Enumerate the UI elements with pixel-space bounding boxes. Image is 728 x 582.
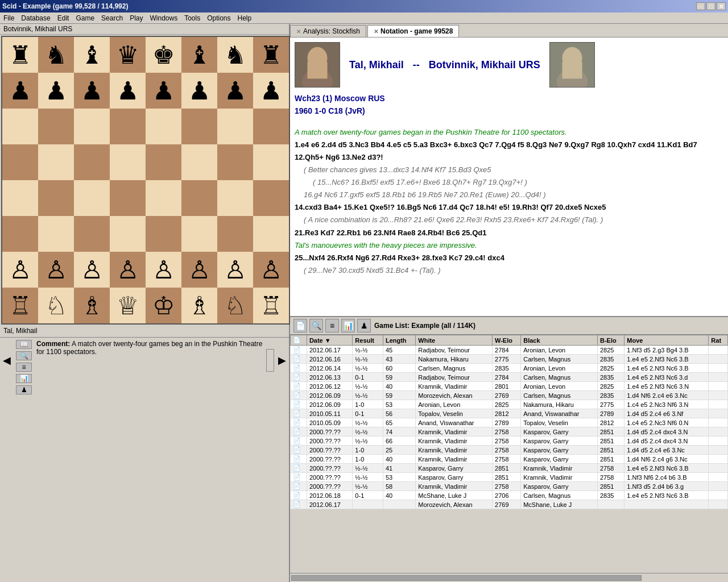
tab-analysis[interactable]: ✕ Analysis: Stockfish <box>290 25 366 37</box>
table-row[interactable]: 📄 2000.??.?? ½-½ 58 Kramnik, Vladimir 27… <box>291 482 728 491</box>
table-row[interactable]: 📄 2010.05.11 0-1 56 Topalov, Veselin 281… <box>291 409 728 418</box>
square-f5[interactable] <box>181 144 217 180</box>
col-move[interactable]: Move <box>624 335 709 346</box>
menu-item-database[interactable]: Database <box>18 13 53 23</box>
tab-notation[interactable]: ✕ Notation - game 99528 <box>367 25 459 37</box>
square-g7[interactable]: ♟ <box>217 73 253 109</box>
menu-item-edit[interactable]: Edit <box>54 13 73 23</box>
square-e7[interactable]: ♟ <box>146 73 181 109</box>
square-g1[interactable]: ♘ <box>217 288 253 323</box>
square-c5[interactable] <box>74 144 110 180</box>
gl-icon-4[interactable]: 📊 <box>341 319 355 332</box>
square-c7[interactable]: ♟ <box>74 73 110 109</box>
square-b8[interactable]: ♞ <box>38 37 74 73</box>
square-h1[interactable]: ♖ <box>253 288 289 323</box>
square-b3[interactable] <box>38 216 74 252</box>
menu-item-help[interactable]: Help <box>234 13 255 23</box>
menu-item-search[interactable]: Search <box>98 13 126 23</box>
table-row[interactable]: 📄 2012.06.09 1-0 53 Aronian, Levon 2825 … <box>291 400 728 409</box>
bottom-scrollbar[interactable] <box>290 573 728 582</box>
gl-icon-2[interactable]: 🔍 <box>309 319 323 332</box>
square-g4[interactable] <box>217 180 253 216</box>
square-c4[interactable] <box>74 180 110 216</box>
square-e1[interactable]: ♔ <box>146 288 181 323</box>
square-f8[interactable]: ♝ <box>181 37 217 73</box>
square-d4[interactable] <box>110 180 146 216</box>
table-row[interactable]: 📄 2010.05.09 ½-½ 65 Anand, Viswanathar 2… <box>291 418 728 427</box>
chessboard[interactable]: ♜♞♝♛♚♝♞♜♟♟♟♟♟♟♟♟♙♙♙♙♙♙♙♙♖♘♗♕♔♗♘♖ <box>2 37 289 323</box>
col-result[interactable]: Result <box>353 335 383 346</box>
menu-item-options[interactable]: Options <box>204 13 234 23</box>
square-f6[interactable] <box>181 109 217 144</box>
square-e5[interactable] <box>146 144 181 180</box>
nav-next-button[interactable]: ▶ <box>275 338 289 383</box>
table-row[interactable]: 📄 2000.??.?? ½-½ 74 Kramnik, Vladimir 27… <box>291 427 728 436</box>
table-row[interactable]: 📄 2000.??.?? 1-0 25 Kramnik, Vladimir 27… <box>291 446 728 455</box>
minimize-button[interactable]: ─ <box>696 2 705 10</box>
col-white[interactable]: White <box>416 335 493 346</box>
square-g6[interactable] <box>217 109 253 144</box>
gl-icon-3[interactable]: ≡ <box>325 319 339 332</box>
table-row[interactable]: 📄 2000.??.?? ½-½ 41 Kasparov, Garry 2851… <box>291 464 728 473</box>
square-b5[interactable] <box>38 144 74 180</box>
square-d6[interactable] <box>110 109 146 144</box>
square-b1[interactable]: ♘ <box>38 288 74 323</box>
zoom-icon[interactable]: 🔍 <box>16 351 32 360</box>
table-row[interactable]: 📄 2000.??.?? ½-½ 66 Kramnik, Vladimir 27… <box>291 436 728 446</box>
square-a4[interactable] <box>2 180 38 216</box>
square-h6[interactable] <box>253 109 289 144</box>
square-f1[interactable]: ♗ <box>181 288 217 323</box>
chart-icon[interactable]: 📊 <box>16 374 32 383</box>
square-g8[interactable]: ♞ <box>217 37 253 73</box>
square-a2[interactable]: ♙ <box>2 252 38 288</box>
table-row[interactable]: 📄 2000.??.?? ½-½ 53 Kasparov, Garry 2851… <box>291 473 728 482</box>
list-icon[interactable]: ≡ <box>16 363 32 372</box>
square-h7[interactable]: ♟ <box>253 73 289 109</box>
square-d2[interactable]: ♙ <box>110 252 146 288</box>
close-button[interactable]: ✕ <box>717 2 726 10</box>
square-b4[interactable] <box>38 180 74 216</box>
square-h8[interactable]: ♜ <box>253 37 289 73</box>
square-e6[interactable] <box>146 109 181 144</box>
menu-item-tools[interactable]: Tools <box>181 13 204 23</box>
square-d1[interactable]: ♕ <box>110 288 146 323</box>
square-c3[interactable] <box>74 216 110 252</box>
gl-icon-1[interactable]: 📄 <box>293 319 307 332</box>
square-d8[interactable]: ♛ <box>110 37 146 73</box>
col-welo[interactable]: W-Elo <box>493 335 521 346</box>
table-row[interactable]: 📄 2012.06.09 ½-½ 59 Morozevich, Alexan 2… <box>291 391 728 400</box>
table-row[interactable]: 📄 2000.??.?? 1-0 40 Kramnik, Vladimir 27… <box>291 455 728 464</box>
menu-item-play[interactable]: Play <box>126 13 146 23</box>
square-h3[interactable] <box>253 216 289 252</box>
square-h2[interactable]: ♙ <box>253 252 289 288</box>
square-d5[interactable] <box>110 144 146 180</box>
square-f3[interactable] <box>181 216 217 252</box>
col-black[interactable]: Black <box>521 335 598 346</box>
col-date[interactable]: Date ▼ <box>307 335 352 346</box>
comment-scrollbar[interactable] <box>266 349 274 372</box>
nav-prev-button[interactable]: ◀ <box>0 338 14 383</box>
square-e4[interactable] <box>146 180 181 216</box>
gamelist-table-container[interactable]: 📄 Date ▼ Result Length White W-Elo Black… <box>290 335 728 573</box>
square-c6[interactable] <box>74 109 110 144</box>
square-g2[interactable]: ♙ <box>217 252 253 288</box>
square-c8[interactable]: ♝ <box>74 37 110 73</box>
menu-item-game[interactable]: Game <box>72 13 98 23</box>
menu-item-file[interactable]: File <box>0 13 18 23</box>
gl-icon-5[interactable]: ♟ <box>357 319 371 332</box>
square-a8[interactable]: ♜ <box>2 37 38 73</box>
square-f7[interactable]: ♟ <box>181 73 217 109</box>
book-icon[interactable]: 📖 <box>16 340 32 349</box>
table-row[interactable]: 📄 2012.06.14 ½-½ 60 Carlsen, Magnus 2835… <box>291 364 728 373</box>
square-b6[interactable] <box>38 109 74 144</box>
menu-item-windows[interactable]: Windows <box>146 13 181 23</box>
square-e8[interactable]: ♚ <box>146 37 181 73</box>
square-a7[interactable]: ♟ <box>2 73 38 109</box>
square-e3[interactable] <box>146 216 181 252</box>
square-a5[interactable] <box>2 144 38 180</box>
table-row[interactable]: 📄 2012.06.18 0-1 40 McShane, Luke J 2706… <box>291 491 728 500</box>
square-a1[interactable]: ♖ <box>2 288 38 323</box>
square-a3[interactable] <box>2 216 38 252</box>
table-row[interactable]: 📄 2012.06.17 Morozevich, Alexan 2769 McS… <box>291 500 728 509</box>
square-c2[interactable]: ♙ <box>74 252 110 288</box>
